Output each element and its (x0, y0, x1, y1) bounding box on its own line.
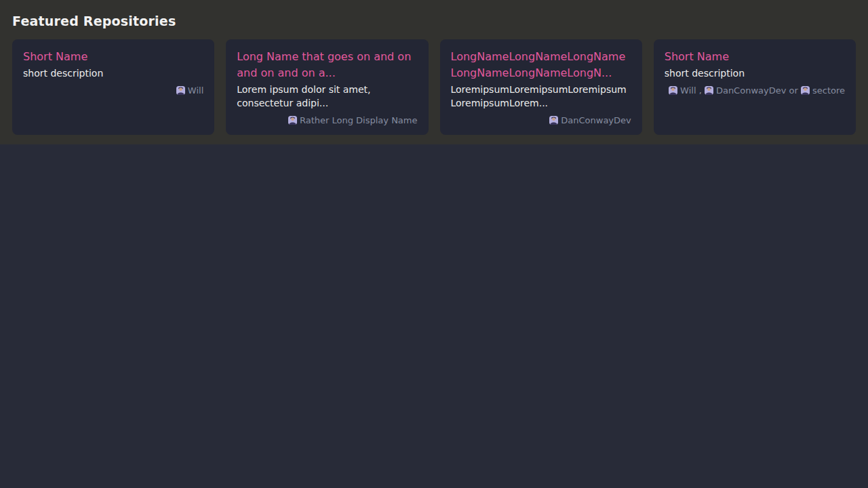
repo-card[interactable]: LongNameLongNameLongNameLongNameLongName… (440, 39, 642, 135)
maintainer-separator: , (696, 85, 705, 96)
maintainer-link[interactable]: Will , (669, 85, 705, 96)
avatar (288, 116, 297, 125)
maintainer-link[interactable]: DanConwayDev or (705, 85, 801, 96)
maintainer-name: DanConwayDev (561, 115, 631, 125)
repo-name[interactable]: Long Name that goes on and on and on and… (237, 49, 417, 81)
repo-card[interactable]: Long Name that goes on and on and on and… (226, 39, 428, 135)
maintainer-link[interactable]: Rather Long Display Name (288, 115, 418, 125)
maintainer-name: Will (188, 85, 203, 96)
repo-description: short description (23, 66, 203, 80)
page-title: Featured Repositories (12, 14, 856, 28)
repo-card[interactable]: Short Name short description Will , DanC… (654, 39, 856, 135)
maintainer-link[interactable]: DanConwayDev (549, 115, 631, 125)
maintainer-link[interactable]: Will (176, 85, 203, 96)
repo-description: short description (665, 66, 845, 80)
repo-name[interactable]: LongNameLongNameLongNameLongNameLongName… (451, 49, 631, 81)
maintainer-name: sectore (812, 85, 845, 96)
card-grid: Short Name short description Will Long N… (12, 39, 856, 135)
avatar (801, 86, 810, 95)
maintainer-name: Rather Long Display Name (300, 115, 418, 125)
maintainer-row: Will (23, 85, 203, 96)
maintainer-name: DanConwayDev (716, 85, 786, 96)
repo-name[interactable]: Short Name (23, 49, 203, 65)
repo-description: LoremipsumLoremipsumLoremipsumLoremipsum… (451, 83, 631, 110)
maintainer-name: Will (680, 85, 696, 96)
repo-name[interactable]: Short Name (665, 49, 845, 65)
avatar (549, 116, 558, 125)
avatar (176, 86, 185, 95)
avatar (705, 86, 713, 95)
maintainer-row: DanConwayDev (451, 115, 631, 126)
featured-repositories-section: Featured Repositories Short Name short d… (0, 0, 868, 144)
repo-card[interactable]: Short Name short description Will (12, 39, 214, 135)
repo-description: Lorem ipsum dolor sit amet, consectetur … (237, 83, 417, 110)
maintainer-separator: or (786, 85, 801, 96)
maintainer-link[interactable]: sectore (801, 85, 845, 96)
maintainer-row: Will , DanConwayDev or sectore (665, 85, 845, 96)
maintainer-row: Rather Long Display Name (237, 115, 417, 126)
avatar (669, 86, 677, 95)
